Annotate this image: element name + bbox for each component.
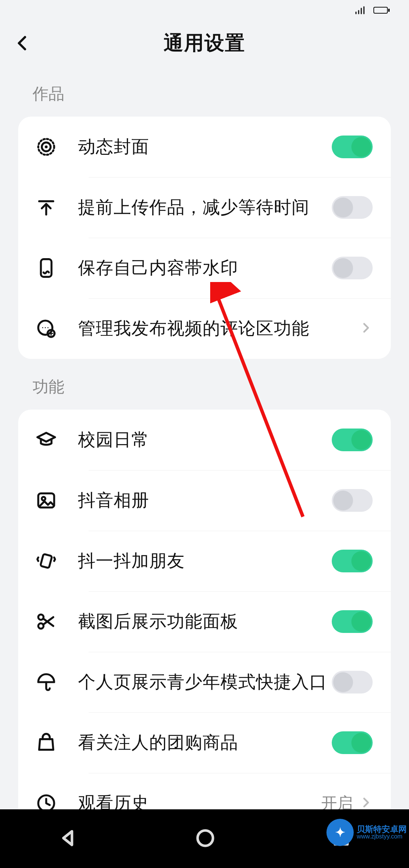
- section-label-features: 功能: [0, 359, 409, 410]
- row-screenshot-panel[interactable]: 截图后展示功能面板: [18, 591, 391, 652]
- row-shake-friend[interactable]: 抖一抖加朋友: [18, 531, 391, 591]
- toggle-save-watermark[interactable]: [332, 257, 373, 279]
- svg-point-18: [198, 830, 213, 846]
- nav-home-button[interactable]: [195, 828, 215, 850]
- svg-point-7: [42, 327, 43, 328]
- site-watermark: ✦ 贝斯特安卓网 www.zjbstyy.com: [326, 819, 407, 846]
- chevron-right-icon: [359, 796, 373, 811]
- phone-watermark-icon: [32, 254, 61, 282]
- svg-rect-0: [374, 7, 387, 13]
- page-title: 通用设置: [0, 30, 409, 56]
- row-label: 抖音相册: [78, 489, 332, 512]
- row-label: 截图后展示功能面板: [78, 610, 332, 633]
- toggle-shake-friend[interactable]: [332, 550, 373, 572]
- row-follow-groupbuy[interactable]: 看关注人的团购商品: [18, 712, 391, 773]
- card-works: 动态封面 提前上传作品，减少等待时间 保存自己内容带水印 管理我发布视频的评论区…: [18, 117, 391, 359]
- battery-icon: [373, 6, 390, 14]
- row-label: 提前上传作品，减少等待时间: [78, 196, 332, 219]
- svg-point-4: [45, 145, 47, 148]
- row-manage-comments[interactable]: 管理我发布视频的评论区功能: [18, 298, 391, 359]
- signal-icon: [355, 6, 367, 14]
- shake-icon: [32, 547, 61, 575]
- toggle-follow-groupbuy[interactable]: [332, 731, 373, 754]
- svg-point-8: [45, 327, 46, 328]
- row-label: 看关注人的团购商品: [78, 731, 332, 754]
- graduation-cap-icon: [32, 425, 61, 454]
- row-douyin-album[interactable]: 抖音相册: [18, 470, 391, 531]
- row-save-watermark[interactable]: 保存自己内容带水印: [18, 238, 391, 298]
- row-label: 动态封面: [78, 135, 332, 159]
- svg-point-9: [47, 327, 48, 328]
- shopping-bag-icon: [32, 728, 61, 757]
- row-dynamic-cover[interactable]: 动态封面: [18, 117, 391, 177]
- watermark-brand: 贝斯特安卓网: [357, 825, 407, 834]
- row-label: 保存自己内容带水印: [78, 256, 332, 280]
- row-campus-daily[interactable]: 校园日常: [18, 410, 391, 470]
- toggle-pre-upload[interactable]: [332, 196, 373, 219]
- svg-rect-1: [388, 9, 390, 12]
- row-pre-upload[interactable]: 提前上传作品，减少等待时间: [18, 177, 391, 238]
- row-label: 抖一抖加朋友: [78, 549, 332, 573]
- toggle-douyin-album[interactable]: [332, 489, 373, 512]
- back-button[interactable]: [14, 20, 32, 66]
- header: 通用设置: [0, 20, 409, 66]
- umbrella-icon: [32, 668, 61, 697]
- nav-back-button[interactable]: [58, 828, 79, 850]
- watermark-badge-icon: ✦: [326, 819, 354, 846]
- target-icon: [32, 132, 61, 161]
- row-label: 个人页展示青少年模式快捷入口: [78, 670, 332, 694]
- image-icon: [32, 486, 61, 515]
- svg-point-12: [42, 497, 45, 500]
- scissors-icon: [32, 607, 61, 636]
- status-bar: [0, 0, 409, 20]
- row-label: 校园日常: [78, 428, 332, 452]
- toggle-dynamic-cover[interactable]: [332, 136, 373, 158]
- comment-settings-icon: [32, 314, 61, 343]
- upload-icon: [32, 193, 61, 222]
- card-features: 校园日常 抖音相册 抖一抖加朋友 截图后展示功能面板: [18, 410, 391, 834]
- svg-rect-13: [41, 554, 52, 568]
- section-label-works: 作品: [0, 66, 409, 117]
- chevron-right-icon: [359, 321, 373, 336]
- toggle-screenshot-panel[interactable]: [332, 610, 373, 633]
- watermark-url: www.zjbstyy.com: [357, 834, 407, 840]
- toggle-youth-mode-shortcut[interactable]: [332, 671, 373, 693]
- status-indicators: [355, 6, 390, 14]
- svg-rect-5: [41, 259, 52, 277]
- toggle-campus-daily[interactable]: [332, 429, 373, 451]
- row-youth-mode-shortcut[interactable]: 个人页展示青少年模式快捷入口: [18, 652, 391, 712]
- row-label: 管理我发布视频的评论区功能: [78, 317, 359, 340]
